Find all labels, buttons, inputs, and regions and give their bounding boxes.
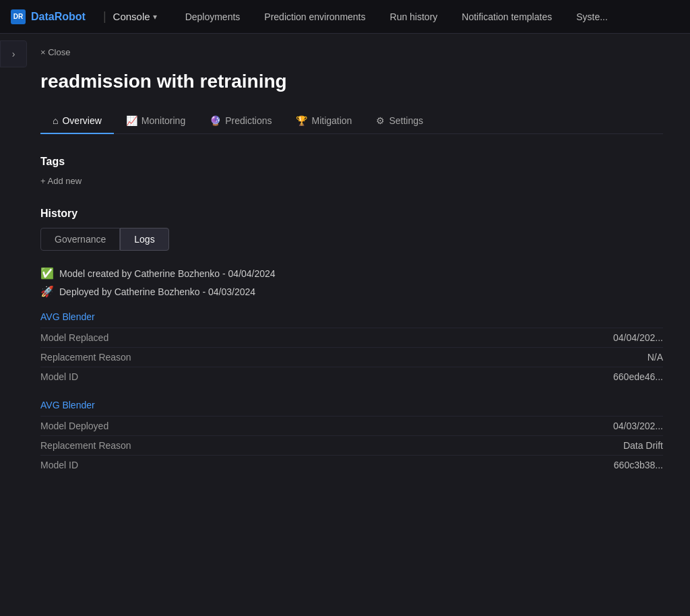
history-tab-governance[interactable]: Governance xyxy=(40,228,120,251)
predictions-icon: 🔮 xyxy=(210,115,221,126)
tab-mitigation[interactable]: 🏆 Mitigation xyxy=(284,109,364,134)
tab-settings-label: Settings xyxy=(389,115,423,126)
detail-value-0-0: 04/04/202... xyxy=(613,332,663,343)
model-entry-0: AVG Blender Model Replaced 04/04/202... … xyxy=(40,311,663,386)
model-created-text: Model created by Catherine Bozhenko - 04… xyxy=(59,268,276,279)
close-label: × Close xyxy=(40,47,70,57)
mitigation-icon: 🏆 xyxy=(296,115,307,126)
console-caret[interactable]: ▾ xyxy=(153,12,157,22)
detail-value-0-2: 660ede46... xyxy=(613,371,663,382)
logo-robot: Robot xyxy=(55,11,86,22)
tab-mitigation-label: Mitigation xyxy=(311,115,352,126)
deployment-title: readmission with retraining xyxy=(40,71,663,92)
tab-monitoring[interactable]: 📈 Monitoring xyxy=(114,109,197,134)
history-entries: ✅ Model created by Catherine Bozhenko - … xyxy=(40,267,663,474)
model-detail-row-1-1: Replacement Reason Data Drift xyxy=(40,435,663,455)
monitoring-icon: 📈 xyxy=(126,115,137,126)
nav-divider: | xyxy=(103,9,106,24)
topnav-links: Deployments Prediction environments Run … xyxy=(173,0,620,34)
detail-label-1-1: Replacement Reason xyxy=(40,440,131,451)
detail-value-1-2: 660c3b38... xyxy=(614,460,663,470)
detail-value-0-1: N/A xyxy=(648,352,663,363)
history-title: History xyxy=(40,208,663,220)
nav-deployments[interactable]: Deployments xyxy=(173,0,253,34)
model-detail-row-0-1: Replacement Reason N/A xyxy=(40,347,663,367)
model-detail-row-0-0: Model Replaced 04/04/202... xyxy=(40,328,663,347)
settings-icon: ⚙ xyxy=(376,115,385,126)
nav-system[interactable]: Syste... xyxy=(564,0,620,34)
model-created-icon: ✅ xyxy=(40,267,54,280)
history-event-1: 🚀 Deployed by Catherine Bozhenko - 04/03… xyxy=(40,285,663,298)
detail-label-0-0: Model Replaced xyxy=(40,332,108,343)
detail-label-1-0: Model Deployed xyxy=(40,421,108,431)
logo-icon: DR xyxy=(11,9,26,24)
nav-run-history[interactable]: Run history xyxy=(378,0,450,34)
deployed-text: Deployed by Catherine Bozhenko - 04/03/2… xyxy=(59,286,255,297)
logo-text: DataRobot xyxy=(31,11,86,23)
top-navigation: DR DataRobot | Console ▾ Deployments Pre… xyxy=(0,0,690,34)
model-detail-row-1-0: Model Deployed 04/03/202... xyxy=(40,416,663,435)
close-button[interactable]: × Close xyxy=(40,47,70,57)
tags-title: Tags xyxy=(40,156,663,168)
detail-label-1-2: Model ID xyxy=(40,460,78,470)
logo[interactable]: DR DataRobot xyxy=(11,9,86,24)
sidebar-toggle[interactable]: › xyxy=(0,40,27,67)
tab-predictions-label: Predictions xyxy=(225,115,272,126)
detail-label-0-2: Model ID xyxy=(40,371,78,382)
tab-overview-label: Overview xyxy=(62,115,101,126)
tab-predictions[interactable]: 🔮 Predictions xyxy=(197,109,284,134)
tab-settings[interactable]: ⚙ Settings xyxy=(364,109,435,134)
overview-icon: ⌂ xyxy=(53,115,58,126)
history-section: History Governance Logs ✅ Model created … xyxy=(40,208,663,474)
detail-value-1-1: Data Drift xyxy=(623,440,663,451)
model-name-0[interactable]: AVG Blender xyxy=(40,311,95,322)
detail-label-0-1: Replacement Reason xyxy=(40,352,131,363)
main-content: × Close readmission with retraining ⌂ Ov… xyxy=(0,34,690,507)
add-new-tag-button[interactable]: + Add new xyxy=(40,176,663,186)
tab-monitoring-label: Monitoring xyxy=(142,115,185,126)
model-detail-row-0-2: Model ID 660ede46... xyxy=(40,367,663,386)
nav-prediction-environments[interactable]: Prediction environments xyxy=(252,0,377,34)
history-tabs: Governance Logs xyxy=(40,228,663,251)
history-event-0: ✅ Model created by Catherine Bozhenko - … xyxy=(40,267,663,280)
console-label: Console xyxy=(113,11,150,22)
deployment-tabs: ⌂ Overview 📈 Monitoring 🔮 Predictions 🏆 … xyxy=(40,109,663,134)
tags-section: Tags + Add new xyxy=(40,156,663,186)
tab-overview[interactable]: ⌂ Overview xyxy=(40,109,114,134)
deployed-icon: 🚀 xyxy=(40,285,54,298)
history-tab-logs[interactable]: Logs xyxy=(120,228,168,251)
nav-notification-templates[interactable]: Notification templates xyxy=(449,0,564,34)
logo-data: Data xyxy=(31,11,55,22)
detail-value-1-0: 04/03/202... xyxy=(613,421,663,431)
model-name-1[interactable]: AVG Blender xyxy=(40,400,95,410)
model-detail-row-1-2: Model ID 660c3b38... xyxy=(40,455,663,474)
model-entry-1: AVG Blender Model Deployed 04/03/202... … xyxy=(40,400,663,474)
